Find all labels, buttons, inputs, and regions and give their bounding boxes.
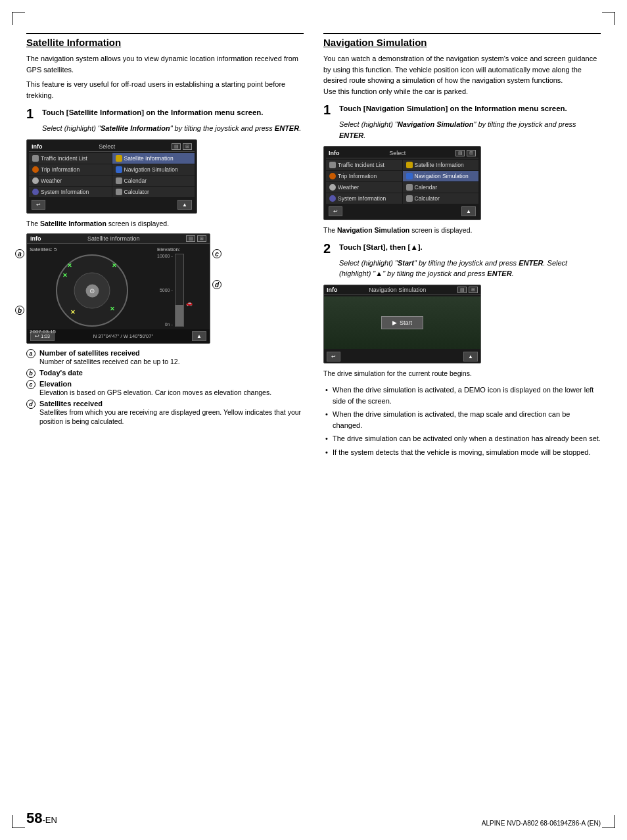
sat-x1: ✕ — [67, 262, 72, 269]
annotation-c-circle: c — [26, 380, 35, 389]
elevation-bar: 🚗 — [175, 254, 184, 327]
navsim-back-btn[interactable]: ↩ — [329, 206, 342, 216]
navsim-step2-italic: Select (highlight) "Start" by tilting th… — [339, 258, 601, 279]
satellite-screen2-icons: ▤ ⊞ — [186, 235, 206, 242]
navsim-screen2-icons: ▤ ⊞ — [457, 287, 478, 293]
satellite-screen1-icon2: ⊞ — [183, 143, 192, 150]
navsim-step2-number: 2 — [323, 242, 334, 255]
satellite-screen1-footer: ↩ ▲ — [29, 198, 195, 211]
navsim-screen2-up-btn[interactable]: ▲ — [463, 352, 478, 362]
navsim-screen1-cell3: Trip Information — [326, 171, 402, 181]
satellite-screen2-icon2: ⊞ — [197, 235, 206, 242]
satellite-screen2-body: a b c d Satellites: 5 — [27, 244, 210, 329]
navsim-up-btn[interactable]: ▲ — [461, 206, 476, 216]
page-number: 58-EN — [26, 810, 57, 827]
elev-val-2: 5000 - — [157, 288, 173, 292]
navsim-step2-arrow: [▲]. — [408, 243, 423, 251]
start-icon: ▶ — [392, 319, 397, 326]
navsim-screen1-caption: The Navigation Simulation screen is disp… — [323, 225, 601, 235]
annotation-c: c Elevation Elevation is based on GPS el… — [26, 380, 304, 398]
navsim-screen2-icon1: ▤ — [457, 287, 467, 293]
elevation-label: Elevation: — [157, 246, 180, 252]
satellite-screen1-title-left: Info — [32, 143, 43, 150]
satellite-section-title: Satellite Information — [26, 33, 304, 48]
annotation-b-circle: b — [26, 369, 35, 378]
elevation-values: 10000 - 5000 - 0n - — [157, 254, 173, 327]
satellite-screen1-cell5: Weather — [29, 175, 112, 186]
navsim-caption-bold: Navigation Simulation — [337, 226, 409, 234]
satellite-screen1-cell7: System Information — [29, 187, 112, 197]
annotation-b-title: Today's date — [39, 369, 83, 377]
satellite-step1-number: 1 — [26, 107, 37, 120]
back-button[interactable]: ↩ — [32, 200, 45, 210]
satellite-screen1-row2: Trip Information Navigation Simulation — [29, 164, 195, 175]
satellite-icon — [116, 155, 122, 162]
satellite-screen1-row3: Weather Calendar — [29, 175, 195, 186]
satellite-up-btn[interactable]: ▲ — [192, 331, 206, 341]
satellite-step1-bracket: [Satellite Information] — [66, 108, 144, 116]
navsim-screen1-title-left: Info — [329, 150, 340, 156]
corner-tl — [12, 12, 25, 25]
annotations: a Number of satellites received Number o… — [26, 349, 304, 427]
sat-x2: ✕ — [112, 262, 117, 269]
navsim-screen2-icon2: ⊞ — [469, 287, 478, 293]
navsim-section-title: Navigation Simulation — [323, 33, 601, 48]
satellite-screen1-row4: System Information Calculator — [29, 187, 195, 197]
navsim-screen1-header: Info Select ▤ ⊞ — [326, 149, 478, 158]
trip-icon — [32, 166, 39, 173]
navsim-screen1-icon1: ▤ — [455, 150, 465, 156]
navsim-screen1-footer: ↩ ▲ — [326, 205, 478, 218]
navsim-screen1-title-center: Select — [340, 150, 456, 156]
weather-icon — [32, 177, 39, 184]
satellite-screen1-cell2: Satellite Information — [112, 153, 195, 164]
navsim-step1-italic: Select (highlight) "Navigation Simulatio… — [339, 119, 601, 141]
navsim-screen1-cell4: Navigation Simulation — [403, 171, 479, 181]
navsim-section: Navigation Simulation You can watch a de… — [323, 33, 601, 460]
annotation-d: d Satellites received Satellites from wh… — [26, 400, 304, 427]
nav-weather-icon — [329, 184, 336, 191]
navsim-screen2: Info Navigation Simulation ▤ ⊞ ▶ Start ↩ — [323, 285, 481, 363]
navsim-screen1-icon2: ⊞ — [467, 150, 476, 156]
satellite-screen1-caption: The Satellite Information screen is disp… — [26, 219, 304, 229]
navsim-screen2-title-left: Info — [327, 287, 338, 293]
bullet-2: When the drive simulation is activated, … — [323, 409, 601, 431]
satellite-intro-1: The navigation system allows you to view… — [26, 53, 304, 75]
sat-x4: ✕ — [70, 309, 76, 315]
annotation-b: b Today's date — [26, 369, 304, 378]
satellite-screen1-cell6: Calendar — [112, 175, 195, 186]
satellite-step1-text: Touch [Satellite Information] on the Inf… — [42, 107, 264, 118]
satellite-screen1-cell3: Trip Information — [29, 164, 112, 175]
annotation-a: a Number of satellites received Number o… — [26, 349, 304, 367]
annotation-a-label: a — [15, 249, 24, 258]
nav-system-icon — [329, 195, 336, 202]
satellites-count-label: Satellites: 5 — [30, 246, 154, 252]
satellite-step1: 1 Touch [Satellite Information] on the I… — [26, 107, 304, 120]
annotation-d-circle: d — [26, 400, 35, 409]
corner-tr — [602, 12, 615, 25]
navsim-screen1-cell8: Calculator — [403, 193, 479, 204]
satellite-screen2: Info Satellite Information ▤ ⊞ a b c — [26, 233, 210, 344]
satellite-screen2-icon1: ▤ — [186, 235, 195, 242]
corner-bl — [12, 815, 25, 828]
navsim-screen1: Info Select ▤ ⊞ Traffic Incident List Sa… — [323, 146, 481, 220]
satellite-caption-bold: Satellite Information — [40, 220, 106, 227]
navsim-step1-bracket: [Navigation Simulation] — [363, 105, 448, 112]
satellite-screen1-cell1: Traffic Incident List — [29, 153, 112, 164]
satellite-screen1-cell4: Navigation Simulation — [112, 164, 195, 175]
start-button[interactable]: ▶ Start — [381, 316, 423, 329]
satellite-section: Satellite Information The navigation sys… — [26, 33, 304, 460]
navsim-screen2-caption: The drive simulation for the current rou… — [323, 369, 601, 379]
elevation-bar-area: 10000 - 5000 - 0n - 🚗 — [157, 254, 184, 327]
satellite-screen1-row1: Traffic Incident List Satellite Informat… — [29, 153, 195, 164]
traffic-icon — [32, 155, 39, 162]
bullet-3: The drive simulation can be activated on… — [323, 433, 601, 444]
nav-satellite-icon — [406, 162, 413, 168]
navsim-screen1-cell6: Calendar — [403, 182, 479, 193]
system-icon — [32, 189, 39, 195]
navsim-step1: 1 Touch [Navigation Simulation] on the I… — [323, 103, 601, 116]
navsim-screen2-back-btn[interactable]: ↩ — [327, 352, 340, 362]
annotation-c-label: c — [212, 249, 221, 258]
annotation-d-label: d — [212, 280, 221, 289]
annotation-a-circle: a — [26, 349, 35, 358]
up-button[interactable]: ▲ — [177, 200, 192, 210]
